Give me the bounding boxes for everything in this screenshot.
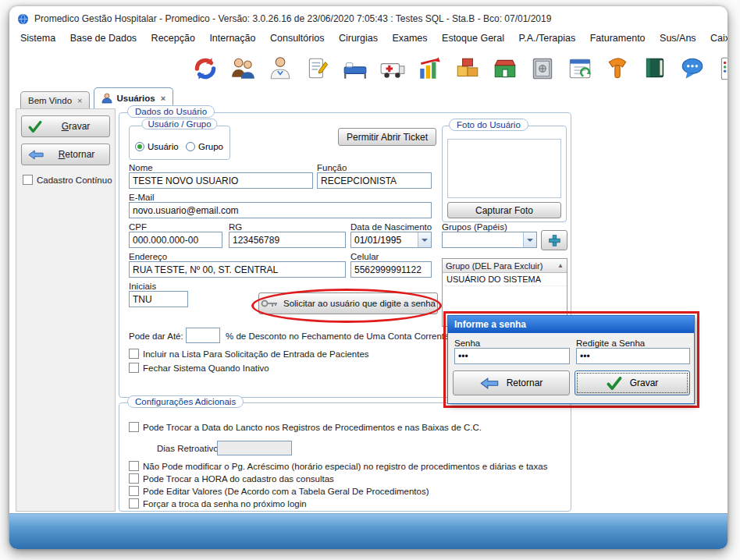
hora-checkbox[interactable] (129, 473, 139, 484)
titlebar: Promedico Gestão Hospitalar - Promedico … (9, 6, 728, 28)
rg-label: RG (229, 222, 242, 232)
menu-item-pa-terapias[interactable]: P.A./Terapias (518, 33, 575, 44)
hospital-bed-icon (342, 55, 368, 82)
iniciais-input[interactable] (129, 291, 188, 307)
incluir-lista-label: Incluir na Lista Para Solicitação de Ent… (143, 349, 369, 359)
menu-item-base-de-dados[interactable]: Base de Dados (70, 33, 137, 44)
data-nascimento-combo[interactable] (350, 232, 432, 248)
usuario-radio[interactable] (135, 142, 144, 151)
toolbar-button-billing[interactable] (565, 51, 595, 86)
sync-logo-icon (192, 55, 219, 82)
chevron-down-icon[interactable] (418, 232, 431, 247)
toolbar-button-reports[interactable] (715, 51, 728, 86)
menu-item-consultorios[interactable]: Consultórios (270, 33, 324, 44)
permitir-abrir-ticket-button[interactable]: Permitir Abrir Ticket (338, 128, 436, 146)
toolbar-button-appointments[interactable] (303, 51, 333, 86)
toolbar-button-sync[interactable] (190, 51, 220, 86)
data-lancto-checkbox[interactable] (129, 422, 139, 432)
grupos-papeis-label: Grupos (Papéis) (442, 222, 507, 232)
data-nascimento-label: Data de Nascimento (350, 222, 432, 232)
nome-label: Nome (129, 163, 153, 172)
grupos-papeis-combo[interactable] (442, 232, 537, 248)
gravar-button[interactable]: Gravar (21, 115, 110, 137)
menu-item-caixa[interactable]: Caixa (710, 33, 728, 44)
dialog-gravar-button[interactable]: Gravar (575, 370, 690, 395)
dialog-title: Informe a senha (454, 319, 526, 330)
tab-close-icon[interactable]: × (159, 94, 165, 103)
retornar-button[interactable]: Retornar (21, 144, 110, 165)
sort-asc-icon[interactable]: ▲ (557, 262, 564, 269)
redigite-senha-input[interactable] (576, 348, 690, 364)
cadastro-continuo-checkbox[interactable] (23, 175, 33, 185)
list-item[interactable]: USUÁRIO DO SISTEMA (443, 273, 567, 286)
tab-bem-vindo[interactable]: Bem Vindo × (20, 91, 90, 108)
check-valores-row: Pode Editar Valores (De Acordo com a Tab… (129, 486, 429, 496)
forcar-senha-checkbox[interactable] (129, 498, 139, 509)
menu-item-cirurgias[interactable]: Cirurgias (339, 33, 378, 44)
tab-close-icon[interactable]: × (76, 96, 82, 105)
bottom-status-bar (9, 513, 728, 549)
dialog-retornar-button[interactable]: Retornar (453, 370, 570, 395)
grupos-list-header[interactable]: Grupo (DEL Para Excluir) ▲ (443, 259, 567, 273)
grupos-papeis-input[interactable] (443, 232, 523, 247)
menu-item-internacao[interactable]: Internação (209, 33, 255, 44)
nome-input[interactable] (129, 172, 313, 189)
email-input[interactable] (129, 202, 432, 218)
grupos-list-header-label: Grupo (DEL Para Excluir) (446, 261, 543, 271)
data-lancto-label: Pode Trocar a Data do Lancto nos Registr… (143, 423, 482, 432)
check-forcar-senha-row: Forçar a troca da senha no próximo login (129, 498, 307, 509)
check-pg-acrescimo-row: Não Pode modificar o Pg. Acréscimo (horá… (129, 461, 547, 471)
plus-icon (547, 233, 561, 247)
menu-item-faturamento[interactable]: Faturamento (590, 33, 646, 44)
side-panel: Gravar Retornar Cadastro Contínuo (16, 108, 116, 512)
foto-usuario-group: Foto do Usuário Capturar Foto (442, 126, 567, 222)
incluir-lista-checkbox[interactable] (129, 349, 139, 359)
tab-bem-vindo-label: Bem Vindo (28, 96, 72, 105)
radio-usuario-row[interactable]: Usuário (135, 142, 179, 151)
toolbar-button-reception[interactable] (228, 51, 258, 86)
toolbar-button-internment[interactable] (340, 51, 370, 86)
valores-checkbox[interactable] (129, 486, 139, 496)
senha-input[interactable] (454, 348, 570, 364)
desconto-input[interactable] (186, 328, 220, 343)
toolbar-button-exams[interactable] (415, 51, 445, 86)
endereco-input[interactable] (129, 261, 346, 278)
toolbar-button-safe[interactable] (528, 51, 557, 86)
toolbar-button-phone[interactable] (603, 51, 632, 86)
user-icon (101, 93, 112, 104)
endereco-label: Endereço (129, 252, 167, 261)
celular-input[interactable] (350, 261, 432, 278)
toolbar-button-market[interactable] (490, 51, 520, 86)
adicionar-grupo-button[interactable] (541, 230, 567, 250)
dialog-titlebar[interactable]: Informe a senha (448, 316, 694, 333)
informe-senha-dialog: Informe a senha Senha Redigite a Senha R… (447, 315, 695, 404)
radio-grupo-row[interactable]: Grupo (186, 142, 223, 151)
toolbar-button-stock[interactable] (453, 51, 482, 86)
funcao-input[interactable] (317, 172, 432, 189)
red-ellipse-annotation (251, 289, 442, 323)
reception-patients-icon (229, 55, 256, 82)
menu-item-estoque-geral[interactable]: Estoque Geral (442, 33, 504, 44)
rg-input[interactable] (229, 232, 346, 248)
pg-acrescimo-checkbox[interactable] (129, 461, 139, 471)
check-data-lancto-row: Pode Trocar a Data do Lancto nos Registr… (129, 422, 482, 432)
arrow-left-icon (28, 150, 44, 160)
toolbar-button-doctor[interactable] (265, 51, 295, 86)
data-nascimento-input[interactable] (351, 232, 418, 247)
toolbar-button-chat[interactable] (678, 51, 707, 86)
menu-item-recepcao[interactable]: Recepção (151, 33, 195, 44)
fechar-sistema-label: Fechar Sistema Quando Inativo (143, 363, 269, 373)
chevron-down-icon[interactable] (523, 232, 536, 247)
toolbar-button-ledger[interactable] (640, 51, 670, 86)
fechar-sistema-checkbox[interactable] (129, 363, 139, 373)
dias-retroativos-input (217, 441, 292, 455)
capturar-foto-button[interactable]: Capturar Foto (447, 202, 561, 218)
cpf-input[interactable] (129, 232, 222, 248)
menu-item-sistema[interactable]: Sistema (20, 33, 55, 44)
toolbar-button-ambulance[interactable] (378, 51, 407, 86)
arrow-left-icon (480, 377, 499, 389)
grupo-radio[interactable] (186, 142, 195, 151)
menu-item-exames[interactable]: Exames (392, 33, 427, 44)
email-label: E-Mail (129, 193, 155, 202)
menu-item-sus-ans[interactable]: Sus/Ans (660, 33, 696, 44)
